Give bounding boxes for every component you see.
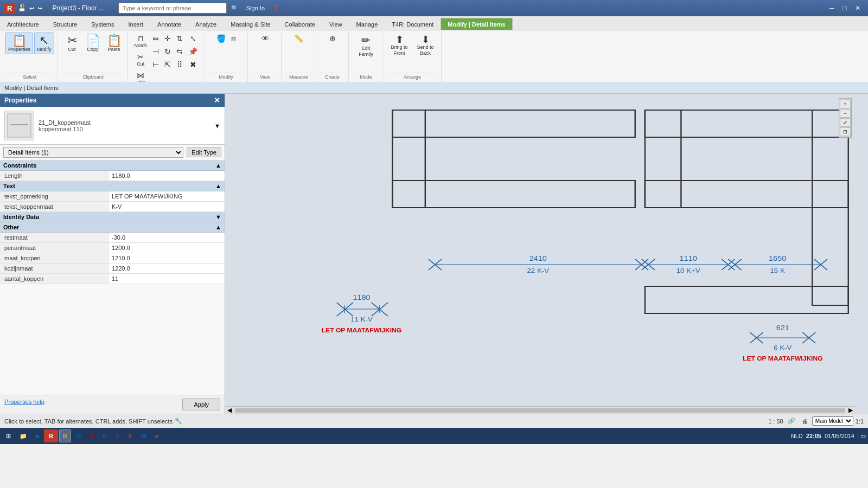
scale-btn[interactable]: ⤡ [186,33,200,44]
edit-family-btn[interactable]: ✏ Edit Family [356,33,376,59]
word-btn[interactable]: W [137,429,150,442]
dropdown-arrow[interactable]: ▼ [214,123,220,129]
geometry-tools-col2: ⇔ ⊣ ⊢ [150,33,161,70]
paste-btn[interactable]: 📋 Paste [104,33,124,54]
offset-btn[interactable]: ⇱ [162,59,173,70]
browser-icon: e [155,433,158,439]
section-text[interactable]: Text ▲ [0,181,225,191]
tab-manage[interactable]: Manage [349,18,385,30]
window-controls: ─ □ ✕ [826,2,864,14]
rotate-btn[interactable]: ↻ [162,46,173,57]
tab-architecture[interactable]: Architecture [0,18,46,30]
outlook-btn[interactable]: ✉ [72,429,85,442]
tab-insert[interactable]: Insert [122,18,151,30]
tab-structure[interactable]: Structure [46,18,85,30]
cut-btn[interactable]: ✂ Cut [132,51,150,68]
model-selector[interactable]: Main Model [812,416,853,426]
edit-type-button[interactable]: Edit Type [187,147,221,157]
section-other[interactable]: Other ▲ [0,222,225,233]
properties-btn[interactable]: 📋 Properties [5,33,33,54]
zoom-out-btn[interactable]: − [840,109,851,118]
svg-rect-2 [225,94,868,414]
ie-btn[interactable]: e [32,429,43,442]
measure-btn[interactable]: 📏 [292,33,305,44]
sign-in-btn[interactable]: Sign In [246,5,265,11]
pin-btn[interactable]: 📌 [186,46,200,57]
zoom-in-btn[interactable]: + [840,100,851,108]
copy-btn[interactable]: 📄 Copy [83,33,103,54]
notch-btn[interactable]: ⊓ Notch [132,33,150,50]
delete-icon: ✖ [190,60,196,69]
acrobat-btn[interactable]: A [86,429,98,442]
search-icon[interactable]: 🔍 [231,5,239,12]
svg-text:22 K-V: 22 K-V [527,267,550,274]
start-btn[interactable]: ⊞ [2,429,15,442]
mirror-x-btn[interactable]: ⇅ [174,33,185,44]
horizontal-scrollbar[interactable]: ◀ ▶ [225,406,855,414]
create-btn[interactable]: ⊕ [327,33,338,44]
view-print-btn[interactable]: 🖨 [800,417,810,426]
modify-icon: ↖ [39,35,49,47]
explorer-icon: 📁 [20,433,27,440]
type-dropdown[interactable]: Detail Items (1) [3,147,183,158]
split-face-btn[interactable]: ⧈ [229,33,238,45]
tab-annotate[interactable]: Annotate [150,18,188,30]
scroll-right-btn[interactable]: ▶ [846,407,855,414]
tab-analyze[interactable]: Analyze [188,18,224,30]
revit-btn[interactable]: R [44,429,58,442]
join-btn[interactable]: ⋈ Join [132,69,150,82]
other-label: Other [3,224,19,230]
cut-btn-main[interactable]: ✂ Cut [62,33,82,54]
browser-btn[interactable]: e [151,429,162,442]
onenote2-btn[interactable]: N [112,429,124,442]
delete-btn[interactable]: ✖ [186,59,200,70]
section-identity[interactable]: Identity Data ▼ [0,212,225,222]
minimize-btn[interactable]: ─ [826,2,838,14]
maximize-btn[interactable]: □ [839,2,851,14]
measure-icon: 📏 [294,34,303,43]
join-icon: ⋈ [137,71,144,80]
move-btn[interactable]: ✛ [162,33,173,44]
section-constraints[interactable]: Constraints ▲ [0,160,225,171]
view-btn[interactable]: 👁 [259,33,271,44]
properties-help-link[interactable]: Properties help [4,399,44,410]
modify-btn[interactable]: ↖ Modify [34,33,54,54]
array-btn[interactable]: ⠿ [174,59,185,70]
show-desktop-btn[interactable]: ▭ [858,433,866,440]
filezilla-btn[interactable]: F [125,429,136,442]
explorer-btn[interactable]: 📁 [16,429,31,442]
zoom-fit-btn[interactable]: ⤢ [840,118,851,127]
onenote-btn[interactable]: N [99,429,111,442]
scroll-thumb[interactable] [235,408,845,413]
tab-collaborate[interactable]: Collaborate [278,18,322,30]
send-to-back-btn[interactable]: ⬇ Send to Back [413,33,438,58]
paint-btn[interactable]: 🪣 [214,33,228,44]
tab-modify-detail[interactable]: Modify | Detail Items [441,18,512,30]
bring-to-front-btn[interactable]: ⬆ Bring to Front [387,33,412,58]
canvas-area[interactable]: 1180 11 K-V LET OP MAATAFWIJKING 2410 22… [225,94,868,414]
scroll-left-btn[interactable]: ◀ [225,407,234,414]
help-icon[interactable]: ❓ [272,5,280,12]
prop-kozijnmaat: kozijnmaat 1220.0 [0,264,225,274]
search-input[interactable] [118,3,227,14]
qat-redo[interactable]: ↪ [37,5,42,12]
qat-undo[interactable]: ↩ [29,5,34,12]
tab-t4r[interactable]: T4R: Document [385,18,441,30]
trim-btn[interactable]: ⊢ [150,59,161,70]
qat-save[interactable]: 💾 [18,4,26,12]
tab-massing[interactable]: Massing & Site [224,18,277,30]
drawing-canvas: 1180 11 K-V LET OP MAATAFWIJKING 2410 22… [225,94,868,414]
geometry-group-content: ⊓ Notch ✂ Cut ⋈ Join ⇔ ⊣ ⊢ ✛ ↻ [132,33,200,82]
view-sync-btn[interactable]: 🔗 [786,416,797,426]
revit-active-btn[interactable]: R [59,429,71,442]
tab-view[interactable]: View [322,18,349,30]
split-btn[interactable]: ⊣ [150,46,161,57]
tab-systems[interactable]: Systems [84,18,121,30]
apply-button[interactable]: Apply [182,399,220,410]
close-btn[interactable]: ✕ [852,2,864,14]
zoom-extent-btn[interactable]: ⊡ [840,127,851,136]
mirror-y-btn[interactable]: ⇆ [174,46,185,57]
geometry-tools-col1: ⊓ Notch ✂ Cut ⋈ Join [132,33,150,82]
align-btn[interactable]: ⇔ [150,33,161,44]
properties-close-btn[interactable]: ✕ [214,96,220,105]
